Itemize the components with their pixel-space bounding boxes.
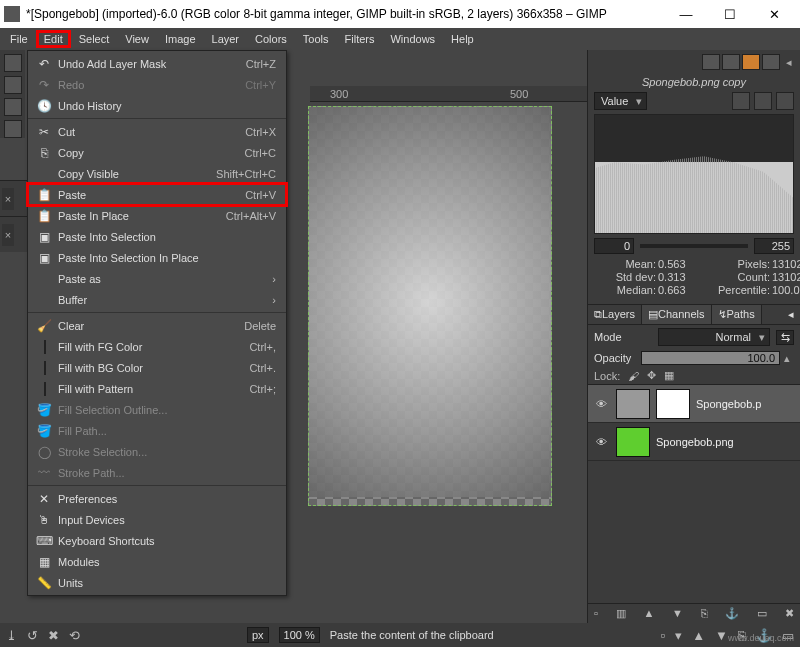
- delete-icon[interactable]: ✖: [48, 628, 59, 643]
- menu-edit-highlight: Edit: [36, 30, 71, 48]
- dock-levels[interactable]: ×: [0, 180, 28, 216]
- raise-layer-button[interactable]: ▲: [643, 607, 654, 620]
- reset-icon[interactable]: ⟲: [69, 628, 80, 643]
- lock-position-icon[interactable]: ✥: [647, 369, 656, 382]
- menu-file[interactable]: File: [2, 30, 36, 48]
- menu-item-copy[interactable]: ⎘CopyCtrl+C: [28, 142, 286, 163]
- opacity-stepper[interactable]: ▴: [784, 352, 794, 365]
- menu-item-undo-history[interactable]: 🕓Undo History: [28, 95, 286, 116]
- menu-item-icon: [34, 340, 54, 354]
- opacity-slider[interactable]: 100.0: [641, 351, 780, 365]
- menubar: File Edit Select View Image Layer Colors…: [0, 28, 800, 50]
- zoom-select[interactable]: 100 %: [279, 627, 320, 643]
- delete-layer-button[interactable]: ✖: [785, 607, 794, 620]
- menu-item-paste-as[interactable]: Paste as›: [28, 268, 286, 289]
- range-min[interactable]: 0: [594, 238, 634, 254]
- visibility-icon[interactable]: 👁: [592, 398, 610, 410]
- close-icon[interactable]: ×: [2, 224, 14, 246]
- canvas[interactable]: [308, 106, 552, 506]
- minimize-button[interactable]: —: [664, 0, 708, 28]
- menu-item-undo-add-layer-mask[interactable]: ↶Undo Add Layer MaskCtrl+Z: [28, 53, 286, 74]
- close-icon[interactable]: ×: [2, 188, 14, 210]
- histo-linear-button[interactable]: [732, 92, 750, 110]
- revert-icon[interactable]: ↺: [27, 628, 38, 643]
- menu-item-buffer[interactable]: Buffer›: [28, 289, 286, 310]
- range-slider[interactable]: [640, 244, 748, 248]
- range-max[interactable]: 255: [754, 238, 794, 254]
- menu-item-icon: ↷: [34, 78, 54, 92]
- layer-name[interactable]: Spongebob.png: [656, 436, 796, 448]
- menu-view[interactable]: View: [117, 30, 157, 48]
- tab-channels[interactable]: ▤Channels: [642, 305, 711, 324]
- menu-item-preferences[interactable]: ✕Preferences: [28, 488, 286, 509]
- menu-item-modules[interactable]: ▦Modules: [28, 551, 286, 572]
- sb-icon-4[interactable]: ▼: [715, 628, 728, 643]
- mode-select[interactable]: Normal: [658, 328, 770, 346]
- menu-item-paste[interactable]: 📋PasteCtrl+V: [28, 184, 286, 205]
- mode-switch-button[interactable]: ⇆: [776, 330, 794, 345]
- menu-item-fill-with-fg-color[interactable]: Fill with FG ColorCtrl+,: [28, 336, 286, 357]
- duplicate-layer-button[interactable]: ⎘: [701, 607, 708, 620]
- layer-name[interactable]: Spongebob.p: [696, 398, 796, 410]
- histo-log-button[interactable]: [754, 92, 772, 110]
- merge-down-button[interactable]: ⚓: [725, 607, 739, 620]
- mask-button[interactable]: ▭: [757, 607, 767, 620]
- menu-item-clear[interactable]: 🧹ClearDelete: [28, 315, 286, 336]
- tool-2[interactable]: [4, 76, 22, 94]
- menu-item-paste-in-place[interactable]: 📋Paste In PlaceCtrl+Alt+V: [28, 205, 286, 226]
- histo-rgb-button[interactable]: [776, 92, 794, 110]
- status-bar: ⤓ ↺ ✖ ⟲ px 100 % Paste the content of th…: [0, 623, 800, 647]
- unit-select[interactable]: px: [247, 627, 269, 643]
- new-layer-button[interactable]: ▫: [594, 607, 598, 620]
- layer-row[interactable]: 👁Spongebob.p: [588, 385, 800, 423]
- tool-4[interactable]: [4, 120, 22, 138]
- sb-icon-2[interactable]: ▾: [675, 628, 682, 643]
- close-button[interactable]: ✕: [752, 0, 796, 28]
- channel-select[interactable]: Value: [594, 92, 647, 110]
- lock-pixels-icon[interactable]: 🖌: [628, 370, 639, 382]
- layer-row[interactable]: 👁Spongebob.png: [588, 423, 800, 461]
- menu-select[interactable]: Select: [71, 30, 118, 48]
- menu-windows[interactable]: Windows: [382, 30, 443, 48]
- menu-help[interactable]: Help: [443, 30, 482, 48]
- tool-1[interactable]: [4, 54, 22, 72]
- menu-tools[interactable]: Tools: [295, 30, 337, 48]
- menu-image[interactable]: Image: [157, 30, 204, 48]
- dock-range[interactable]: ×: [0, 216, 28, 252]
- sb-icon-3[interactable]: ▲: [692, 628, 705, 643]
- menu-filters[interactable]: Filters: [337, 30, 383, 48]
- sb-icon-1[interactable]: ▫: [661, 628, 666, 643]
- menu-item-shortcut: Ctrl+;: [249, 383, 280, 395]
- menu-item-icon: 🪣: [34, 403, 54, 417]
- mode-label: Mode: [594, 331, 622, 343]
- lock-alpha-icon[interactable]: ▦: [664, 369, 674, 382]
- menu-colors[interactable]: Colors: [247, 30, 295, 48]
- menu-item-paste-into-selection[interactable]: ▣Paste Into Selection: [28, 226, 286, 247]
- panel-menu-icon[interactable]: ◂: [782, 56, 796, 69]
- dock-icon[interactable]: [702, 54, 720, 70]
- menu-item-keyboard-shortcuts[interactable]: ⌨Keyboard Shortcuts: [28, 530, 286, 551]
- visibility-icon[interactable]: 👁: [592, 436, 610, 448]
- menu-layer[interactable]: Layer: [204, 30, 248, 48]
- tab-paths[interactable]: ↯Paths: [712, 305, 762, 324]
- menu-item-input-devices[interactable]: 🖱Input Devices: [28, 509, 286, 530]
- tab-menu-icon[interactable]: ◂: [782, 305, 800, 324]
- tool-3[interactable]: [4, 98, 22, 116]
- menu-item-shortcut: ›: [272, 273, 280, 285]
- menu-item-units[interactable]: 📏Units: [28, 572, 286, 593]
- dock-icon[interactable]: [722, 54, 740, 70]
- history-icon[interactable]: [762, 54, 780, 70]
- menu-item-shortcut: Ctrl+Z: [246, 58, 280, 70]
- font-icon[interactable]: [742, 54, 760, 70]
- menu-edit[interactable]: Edit: [39, 33, 68, 45]
- layer-group-button[interactable]: ▥: [616, 607, 626, 620]
- tab-layers[interactable]: ⧉Layers: [588, 305, 642, 324]
- menu-item-fill-with-bg-color[interactable]: Fill with BG ColorCtrl+.: [28, 357, 286, 378]
- lower-layer-button[interactable]: ▼: [672, 607, 683, 620]
- menu-item-cut[interactable]: ✂CutCtrl+X: [28, 121, 286, 142]
- save-icon[interactable]: ⤓: [6, 628, 17, 643]
- maximize-button[interactable]: ☐: [708, 0, 752, 28]
- menu-item-fill-with-pattern[interactable]: Fill with PatternCtrl+;: [28, 378, 286, 399]
- menu-item-copy-visible[interactable]: Copy VisibleShift+Ctrl+C: [28, 163, 286, 184]
- menu-item-paste-into-selection-in-place[interactable]: ▣Paste Into Selection In Place: [28, 247, 286, 268]
